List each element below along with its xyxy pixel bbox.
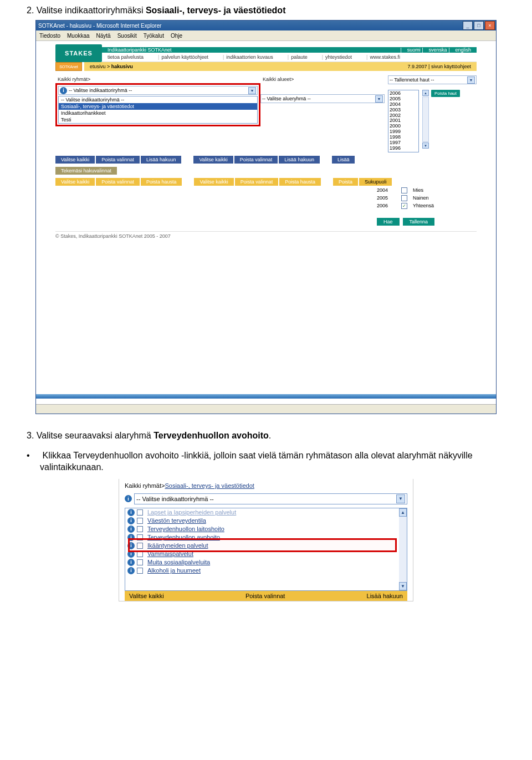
picked-year: 2005 bbox=[377, 195, 398, 201]
all-groups-label: Kaikki ryhmät> bbox=[55, 75, 260, 83]
remove-from-search-button[interactable]: Poista hausta bbox=[279, 178, 321, 186]
listbox-actions-row: Valitse kaikki Poista valinnat Lisää hak… bbox=[125, 591, 407, 601]
window-controls: _ □ × bbox=[463, 21, 495, 30]
scroll-up-icon: ▲ bbox=[422, 90, 429, 96]
footer-gradient bbox=[36, 394, 496, 399]
listbox-item[interactable]: Muita sosiaalipalveluita bbox=[147, 559, 210, 565]
add-to-search-button[interactable]: Lisää hakuun bbox=[279, 156, 320, 164]
menu-item[interactable]: Suosikit bbox=[117, 33, 137, 39]
step3-bullet: • Klikkaa Terveydenhuollon avohoito -lin… bbox=[40, 450, 505, 473]
copyright: © Stakes, Indikaattoripankki SOTKAnet 20… bbox=[55, 231, 477, 239]
gender-label: Sukupuoli bbox=[359, 178, 392, 186]
language-links: |suomi |svenska |english bbox=[400, 47, 471, 53]
year-listbox[interactable]: 2006 2005 2004 2003 2002 2001 2000 1999 … bbox=[388, 90, 419, 152]
indicator-group-dropdown[interactable]: -- Valitse indikaattoriryhmä -- Sosiaali… bbox=[58, 96, 258, 124]
listbox-item[interactable]: Väestön terveydentila bbox=[147, 517, 206, 524]
chevron-down-icon: ▼ bbox=[248, 87, 256, 94]
info-icon: i bbox=[127, 517, 135, 524]
select-all-button[interactable]: Valitse kaikki bbox=[55, 178, 95, 186]
breadcrumb-link[interactable]: Sosiaali-, terveys- ja väestötiedot bbox=[165, 482, 254, 489]
lang-link[interactable]: suomi bbox=[407, 47, 421, 53]
screenshot-ie-window: SOTKAnet - hakusivu - Microsoft Internet… bbox=[35, 20, 497, 414]
checkbox-nainen[interactable] bbox=[401, 195, 407, 201]
clear-button[interactable]: Poista valinnat bbox=[96, 156, 140, 164]
minimize-icon[interactable]: _ bbox=[463, 21, 473, 30]
listbox-item[interactable]: Terveydenhuollon laitoshoito bbox=[147, 526, 224, 532]
chevron-down-icon: ▼ bbox=[375, 95, 383, 103]
info-icon: i bbox=[60, 87, 67, 94]
dropdown-option[interactable]: Testi bbox=[59, 116, 257, 123]
clear-button[interactable]: Poista valinnat bbox=[235, 178, 279, 186]
scroll-down-icon: ▼ bbox=[399, 582, 407, 590]
highlight-red-box: i -- Valitse indikaattoriryhmä -- ▼ -- V… bbox=[55, 83, 260, 126]
ie-titlebar: SOTKAnet - hakusivu - Microsoft Internet… bbox=[36, 21, 496, 30]
save-button[interactable]: Tallenna bbox=[403, 218, 435, 226]
menu-item[interactable]: Ohje bbox=[171, 33, 182, 39]
scroll-up-icon: ▲ bbox=[399, 508, 407, 517]
checkbox-icon bbox=[137, 559, 143, 565]
menu-item[interactable]: Tiedosto bbox=[39, 33, 60, 39]
dropdown-option[interactable]: Indikaattorihankkeet bbox=[59, 110, 257, 116]
info-icon: i bbox=[127, 559, 135, 566]
ie-statusbar bbox=[36, 404, 496, 414]
chevron-down-icon: ▼ bbox=[467, 76, 475, 84]
checkbox-yhteensa[interactable] bbox=[401, 203, 407, 209]
breadcrumb: etusivu > hakusivu bbox=[90, 64, 133, 69]
menu-item[interactable]: Työkalut bbox=[144, 33, 164, 39]
listbox-item[interactable]: Alkoholi ja huumeet bbox=[147, 567, 201, 574]
selection-actions-row: Valitse kaikki Poista valinnat Poista ha… bbox=[55, 178, 477, 186]
indicator-group-select[interactable]: -- Valitse indikaattoriryhmä -- ▼ bbox=[134, 493, 407, 504]
clear-button[interactable]: Poista valinnat bbox=[96, 178, 140, 186]
nav-link[interactable]: www.stakes.fi bbox=[370, 54, 400, 60]
clear-button[interactable]: Poista valinnat bbox=[245, 593, 285, 599]
nav-link[interactable]: palaute bbox=[291, 54, 308, 60]
nav-link[interactable]: tietoa palvelusta bbox=[108, 54, 144, 60]
chevron-down-icon: ▼ bbox=[396, 494, 405, 503]
saved-searches-select[interactable]: -- Tallennetut haut -- ▼ bbox=[388, 75, 477, 84]
select-all-button[interactable]: Valitse kaikki bbox=[193, 156, 233, 164]
close-icon[interactable]: × bbox=[485, 21, 495, 30]
clear-searches-button[interactable]: Poista haut bbox=[431, 90, 460, 97]
add-button[interactable]: Lisää bbox=[332, 156, 355, 164]
sotkanet-tag: SOTKAnet bbox=[55, 62, 82, 71]
picked-year: 2006 bbox=[377, 203, 398, 208]
checkbox-icon bbox=[137, 509, 143, 516]
breadcrumb: Kaikki ryhmät>Sosiaali-, terveys- ja väe… bbox=[119, 481, 413, 490]
menu-item[interactable]: Muokkaa bbox=[67, 33, 90, 39]
add-to-search-button[interactable]: Lisää hakuun bbox=[141, 156, 182, 164]
remove-button[interactable]: Poista bbox=[333, 178, 358, 186]
select-all-button[interactable]: Valitse kaikki bbox=[55, 156, 95, 164]
region-group-select[interactable]: -- Valitse alueryhmä -- ▼ bbox=[260, 94, 385, 103]
picked-year: 2004 bbox=[377, 187, 398, 193]
maximize-icon[interactable]: □ bbox=[474, 21, 484, 30]
all-areas-label: Kaikki alueet> bbox=[260, 75, 388, 83]
subgroup-listbox[interactable]: iLapset ja lapsiperheiden palvelut iVäes… bbox=[125, 508, 407, 591]
page-date-help: 7.9.2007 | sivun käyttöohjeet bbox=[408, 64, 471, 69]
checkbox-icon bbox=[137, 518, 143, 524]
info-icon: i bbox=[125, 495, 132, 502]
nav-link[interactable]: yhteystiedot bbox=[325, 54, 352, 60]
screenshot-crop-subgroup: Kaikki ryhmät>Sosiaali-, terveys- ja väe… bbox=[119, 479, 413, 601]
page-help-link[interactable]: sivun käyttöohjeet bbox=[431, 64, 471, 69]
clear-button[interactable]: Poista valinnat bbox=[234, 156, 278, 164]
indicator-group-select[interactable]: i -- Valitse indikaattoriryhmä -- ▼ bbox=[58, 86, 258, 95]
dropdown-option-selected[interactable]: Sosiaali-, terveys- ja väestötiedot bbox=[59, 103, 257, 110]
year-scrollbar[interactable]: ▲ ▼ bbox=[422, 90, 428, 149]
checkbox-mies[interactable] bbox=[401, 187, 407, 193]
dropdown-option[interactable]: -- Valitse indikaattoriryhmä -- bbox=[59, 96, 257, 103]
lang-link[interactable]: svenska bbox=[429, 47, 447, 53]
select-all-button[interactable]: Valitse kaikki bbox=[194, 178, 233, 186]
banner-title: Indikaattoripankki SOTKAnet bbox=[108, 47, 172, 53]
add-to-search-button[interactable]: Lisää hakuun bbox=[367, 593, 403, 599]
remove-from-search-button[interactable]: Poista hausta bbox=[141, 178, 182, 186]
listbox-scrollbar[interactable]: ▲ ▼ bbox=[399, 508, 407, 590]
checkbox-icon bbox=[137, 526, 143, 532]
nav-link[interactable]: indikaattorien kuvaus bbox=[226, 54, 273, 60]
search-button[interactable]: Hae bbox=[377, 218, 400, 226]
lang-link[interactable]: english bbox=[455, 47, 471, 53]
select-all-button[interactable]: Valitse kaikki bbox=[129, 593, 164, 599]
nav-link[interactable]: palvelun käyttöohjeet bbox=[161, 54, 208, 60]
menu-item[interactable]: Näytä bbox=[96, 33, 111, 39]
step2-heading: 2. Valitse indikaattoriryhmäksi Sosiaali… bbox=[27, 6, 505, 16]
filter-actions-row: Valitse kaikki Poista valinnat Lisää hak… bbox=[55, 156, 477, 164]
